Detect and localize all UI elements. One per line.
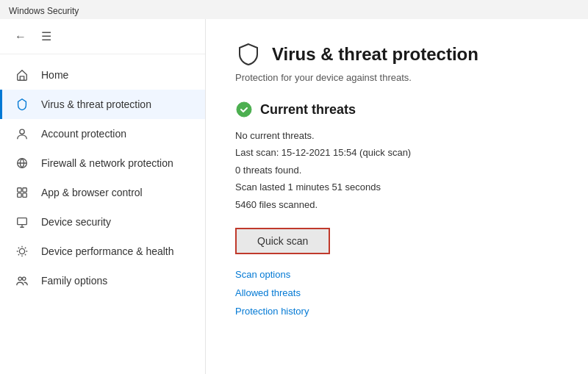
allowed-threats-link[interactable]: Allowed threats bbox=[235, 287, 559, 298]
svg-rect-3 bbox=[23, 188, 26, 192]
svg-rect-5 bbox=[23, 193, 26, 197]
app-title: Windows Security bbox=[9, 6, 79, 16]
sidebar-item-account[interactable]: Account protection bbox=[0, 119, 205, 148]
protection-history-link[interactable]: Protection history bbox=[235, 306, 559, 317]
sidebar: ← ☰ Home Vi bbox=[0, 19, 206, 374]
svg-rect-6 bbox=[18, 218, 27, 225]
sidebar-label-account: Account protection bbox=[41, 128, 126, 140]
sidebar-label-home: Home bbox=[41, 69, 68, 81]
links-section: Scan options Allowed threats Protection … bbox=[235, 269, 559, 317]
family-icon bbox=[15, 273, 29, 288]
svg-rect-4 bbox=[18, 193, 21, 197]
page-header: Virus & threat protection bbox=[235, 41, 559, 68]
threat-line-3: Scan lasted 1 minutes 51 seconds bbox=[235, 179, 559, 195]
sidebar-item-firewall[interactable]: Firewall & network protection bbox=[0, 148, 205, 178]
sidebar-label-virus: Virus & threat protection bbox=[41, 98, 151, 110]
section-title: Current threats bbox=[235, 101, 559, 118]
sidebar-label-family: Family options bbox=[41, 275, 107, 287]
threat-line-4: 5460 files scanned. bbox=[235, 196, 559, 213]
main-content: Virus & threat protection Protection for… bbox=[206, 19, 588, 374]
hamburger-button[interactable]: ☰ bbox=[38, 26, 54, 46]
svg-point-8 bbox=[22, 277, 26, 281]
page-subtitle: Protection for your device against threa… bbox=[235, 72, 559, 83]
sidebar-item-family[interactable]: Family options bbox=[0, 266, 205, 295]
sidebar-item-performance[interactable]: Device performance & health bbox=[0, 237, 205, 266]
svg-rect-2 bbox=[18, 188, 21, 192]
sidebar-label-performance: Device performance & health bbox=[41, 245, 174, 257]
threat-info: No current threats. Last scan: 15-12-202… bbox=[235, 127, 559, 213]
app-icon bbox=[15, 185, 29, 200]
sidebar-item-virus[interactable]: Virus & threat protection bbox=[0, 90, 205, 119]
virus-icon bbox=[15, 97, 29, 112]
sidebar-item-home[interactable]: Home bbox=[0, 60, 205, 90]
threat-line-0: No current threats. bbox=[235, 127, 559, 144]
app-container: ← ☰ Home Vi bbox=[0, 19, 588, 374]
back-button[interactable]: ← bbox=[12, 27, 29, 46]
firewall-icon bbox=[15, 156, 29, 170]
page-title: Virus & threat protection bbox=[272, 44, 478, 65]
sidebar-item-device[interactable]: Device security bbox=[0, 207, 205, 237]
svg-point-9 bbox=[237, 102, 251, 117]
threat-line-1: Last scan: 15-12-2021 15:54 (quick scan) bbox=[235, 144, 559, 161]
svg-point-0 bbox=[20, 129, 24, 134]
scan-options-link[interactable]: Scan options bbox=[235, 269, 559, 280]
performance-icon bbox=[15, 244, 29, 259]
shield-header-icon bbox=[235, 41, 262, 68]
device-icon bbox=[15, 215, 29, 229]
sidebar-top: ← ☰ bbox=[0, 19, 205, 54]
home-icon bbox=[15, 68, 29, 82]
threat-line-2: 0 threats found. bbox=[235, 162, 559, 179]
quick-scan-button[interactable]: Quick scan bbox=[235, 228, 330, 254]
svg-point-7 bbox=[18, 277, 22, 281]
sidebar-label-appbrowser: App & browser control bbox=[41, 187, 143, 198]
sidebar-label-firewall: Firewall & network protection bbox=[41, 157, 173, 169]
current-threats-icon bbox=[235, 101, 253, 118]
titlebar: Windows Security bbox=[0, 0, 588, 19]
sidebar-nav: Home Virus & threat protection bbox=[0, 54, 205, 301]
account-icon bbox=[15, 126, 29, 141]
sidebar-item-appbrowser[interactable]: App & browser control bbox=[0, 178, 205, 207]
section-title-text: Current threats bbox=[260, 102, 356, 118]
sidebar-label-device: Device security bbox=[41, 216, 111, 228]
